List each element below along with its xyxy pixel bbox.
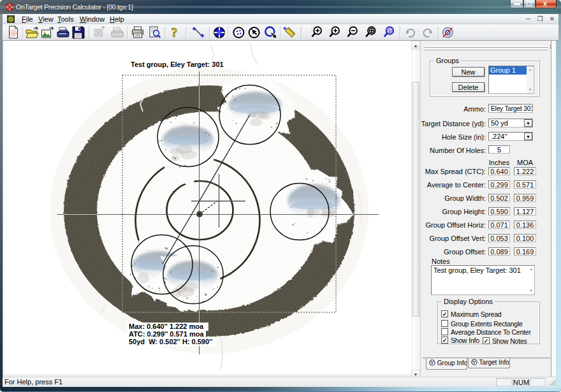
svg-text:ATC: 0.299'' 0.571 moa: ATC: 0.299'' 0.571 moa — [129, 330, 204, 338]
svg-text:?: ? — [171, 25, 178, 40]
svg-text:Max: 0.640'' 1.222 moa: Max: 0.640'' 1.222 moa — [129, 323, 204, 330]
svg-text:50yd W: 0.502'' H: 0.590'': 50yd W: 0.502'' H: 0.590'' — [129, 338, 213, 345]
svg-text:Test group, Eley Target: 301: Test group, Eley Target: 301 — [131, 61, 224, 68]
